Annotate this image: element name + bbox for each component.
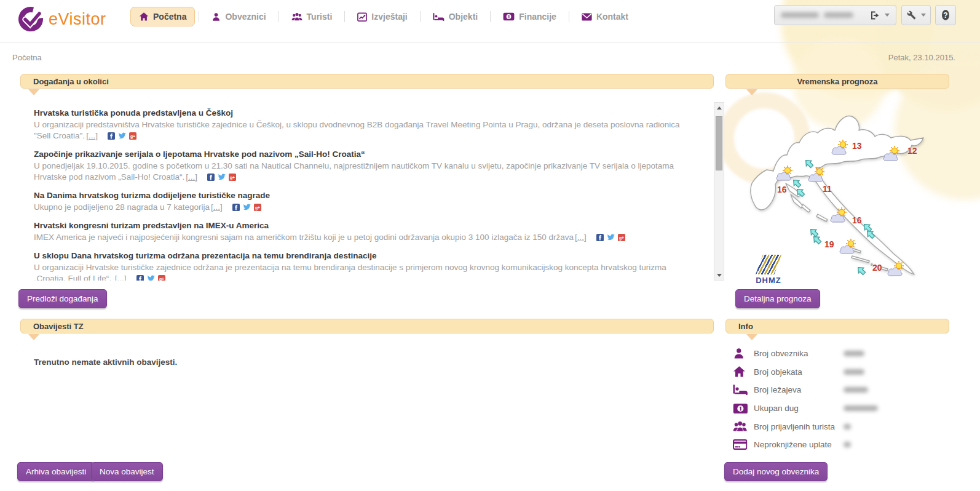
facebook-icon[interactable]	[232, 204, 240, 211]
news-title[interactable]: U sklopu Dana hrvatskog turizma održana …	[34, 251, 695, 260]
google-plus-icon[interactable]: g+	[158, 275, 165, 281]
info-value-redacted	[844, 442, 851, 447]
nav-item-obveznici[interactable]: Obveznici	[203, 7, 274, 26]
svg-text:g+: g+	[159, 277, 164, 281]
news-title[interactable]: Na Danima hrvatskog turizma dodijeljene …	[34, 191, 695, 200]
nav-item-label: Izvještaji	[371, 12, 407, 22]
house-icon	[733, 367, 754, 377]
people-icon	[291, 12, 302, 22]
weather-panel-title: Vremenska prognoza	[797, 77, 878, 86]
news-body: Ukupno je podijeljeno 28 nagrada u 7 kat…	[34, 202, 690, 213]
twitter-icon[interactable]	[147, 274, 155, 281]
news-item: Započinje prikazivanje serijala o ljepot…	[34, 150, 695, 183]
temperature-label: 12	[907, 146, 917, 156]
triangle-down-icon	[717, 274, 722, 277]
nav-item-label: Objekti	[449, 12, 478, 22]
info-row: Broj objekata	[733, 363, 954, 381]
evisitor-logo[interactable]: eVisitor	[17, 6, 106, 33]
banknote-icon	[733, 404, 754, 413]
panel-pointer	[28, 334, 39, 340]
nav-item-label: Obveznici	[225, 12, 266, 22]
home-icon	[139, 12, 149, 22]
info-row: Broj ležajeva	[733, 381, 954, 399]
add-new-obligor-button[interactable]: Dodaj novog obveznika	[724, 462, 828, 481]
facebook-icon[interactable]	[596, 234, 604, 241]
news-item: Na Danima hrvatskog turizma dodijeljene …	[34, 191, 695, 213]
google-plus-icon[interactable]: g+	[254, 204, 261, 211]
twitter-icon[interactable]	[607, 233, 615, 241]
weather-panel-header: Vremenska prognoza	[725, 74, 949, 89]
read-more-link[interactable]: [...]	[186, 172, 197, 182]
twitter-icon[interactable]	[243, 203, 251, 211]
info-row: Broj obveznika	[733, 345, 954, 363]
temperature-label: 20	[872, 263, 882, 273]
temperature-label: 19	[824, 239, 834, 249]
sun-cloud-icon	[830, 139, 852, 155]
read-more-link[interactable]: [...]	[115, 274, 127, 281]
events-scrollbar[interactable]	[714, 102, 724, 281]
notices-archive-button[interactable]: Arhiva obavijesti	[17, 462, 95, 481]
suggest-events-button[interactable]: Predloži događanja	[18, 289, 107, 308]
news-body: U ponedjeljak 19.10.2015. godine s počet…	[34, 161, 690, 183]
read-more-link[interactable]: [...]	[211, 202, 223, 212]
facebook-icon[interactable]	[207, 174, 215, 181]
nav-item-turisti[interactable]: Turisti	[283, 7, 341, 26]
user-name-redacted	[781, 12, 819, 18]
info-value-redacted	[844, 405, 878, 411]
temperature-label: 16	[777, 185, 787, 194]
new-notice-button[interactable]: Nova obavijest	[91, 462, 163, 481]
nav-item-izvje-taji[interactable]: Izvještaji	[349, 7, 416, 26]
read-more-link[interactable]: [...]	[86, 131, 98, 140]
current-date-label: Petak, 23.10.2015.	[888, 53, 955, 62]
share-icons: g+	[105, 131, 136, 140]
people-icon	[733, 422, 754, 431]
evisitor-check-logo-icon	[17, 6, 44, 33]
facebook-icon[interactable]	[108, 132, 115, 140]
notices-panel-title: Obavijesti TZ	[33, 322, 84, 331]
wind-arrow-icon	[811, 234, 823, 246]
wind-arrow-icon	[794, 186, 807, 199]
news-title[interactable]: Hrvatski kongresni turizam predstavljen …	[34, 221, 695, 230]
dhmz-label: DHMZ	[753, 276, 784, 285]
read-more-link[interactable]: [...]	[575, 233, 587, 242]
share-icons: g+	[229, 202, 261, 212]
help-button[interactable]: ?	[935, 5, 956, 25]
facebook-icon[interactable]	[136, 275, 144, 281]
tools-menu-button[interactable]	[901, 5, 931, 25]
wind-arrow-icon	[864, 228, 877, 241]
nav-separator	[490, 11, 491, 22]
banknote-icon	[503, 12, 515, 21]
twitter-icon[interactable]	[118, 132, 126, 140]
logo-wordmark: eVisitor	[49, 10, 106, 29]
nav-item-po-etna[interactable]: Početna	[130, 7, 195, 26]
main-nav: PočetnaObvezniciTuristiIzvještajiObjekti…	[130, 7, 637, 26]
nav-item-kontakt[interactable]: Kontakt	[573, 7, 637, 26]
info-value-redacted	[844, 387, 868, 393]
wind-arrow-icon	[803, 158, 815, 170]
nav-separator	[199, 11, 199, 22]
report-chart-icon	[357, 12, 367, 22]
card-icon	[733, 441, 754, 449]
info-label: Broj prijavljenih turista	[754, 422, 840, 431]
news-item: U sklopu Dana hrvatskog turizma održana …	[34, 251, 695, 281]
scrollbar-thumb[interactable]	[716, 116, 722, 170]
info-row: Ukupan dug	[733, 399, 954, 418]
temperature-label: 13	[852, 141, 862, 151]
google-plus-icon[interactable]: g+	[229, 174, 236, 181]
panel-pointer	[28, 89, 39, 95]
detailed-forecast-button[interactable]: Detaljna prognoza	[735, 289, 820, 308]
nav-item-financije[interactable]: Financije	[494, 7, 565, 26]
news-body: U organizaciji Hrvatske turističke zajed…	[34, 262, 690, 281]
nav-item-objekti[interactable]: Objekti	[424, 7, 486, 26]
scroll-down-button[interactable]	[714, 270, 724, 280]
user-session-button[interactable]	[774, 5, 896, 25]
news-title[interactable]: Hrvatska turistička ponuda predstavljena…	[34, 108, 695, 118]
twitter-icon[interactable]	[218, 173, 226, 181]
google-plus-icon[interactable]: g+	[618, 234, 625, 241]
google-plus-icon[interactable]: g+	[129, 132, 136, 140]
scroll-up-button[interactable]	[714, 103, 724, 113]
info-value-redacted	[844, 351, 864, 356]
logout-icon	[870, 10, 880, 20]
news-title[interactable]: Započinje prikazivanje serijala o ljepot…	[34, 150, 695, 159]
temperature-label: 16	[852, 215, 862, 225]
